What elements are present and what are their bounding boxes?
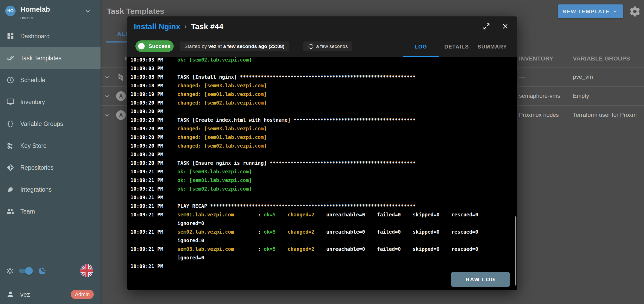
log-line: 10:09:18 PMchanged: [sem03.lab.vezpi.com…: [127, 81, 517, 90]
cell-variable-groups: pve_vm: [573, 74, 593, 80]
new-template-button[interactable]: NEW TEMPLATE: [558, 4, 623, 18]
toggle-knob[interactable]: [25, 267, 33, 275]
started-by-chip: Started by vez at a few seconds ago (22:…: [180, 41, 289, 51]
ansible-icon: A: [116, 110, 126, 120]
workspace-role: owner: [20, 15, 34, 21]
tab-log[interactable]: LOG: [403, 37, 439, 57]
sidebar-item-variable-groups[interactable]: Variable Groups: [0, 113, 101, 135]
sidebar-item-label: Team: [20, 208, 35, 215]
log-line: 10:09:21 PMsem01.lab.vezpi.com : ok=5 ch…: [127, 210, 517, 219]
sidebar-item-label: Key Store: [20, 142, 47, 149]
log-line: 10:09:03 PMTASK [Install nginx] ********…: [127, 73, 517, 81]
log-line: 10:09:20 PMTASK [Ensure nginx is running…: [127, 159, 517, 167]
raw-log-button[interactable]: RAW LOG: [451, 272, 510, 287]
workspace-name: Homelab: [20, 5, 50, 14]
sidebar-item-label: Variable Groups: [20, 120, 63, 127]
log-line: 10:09:19 PMchanged: [sem01.lab.vezpi.com…: [127, 90, 517, 99]
sidebar-item-schedule[interactable]: Schedule: [0, 69, 101, 91]
cell-inventory: semaphore-vms: [519, 93, 560, 99]
sun-icon: [6, 267, 14, 275]
sidebar-item-task-templates[interactable]: Task Templates: [0, 47, 101, 69]
cell-inventory: Proxmox nodes: [519, 112, 559, 118]
terraform-icon: [117, 73, 125, 81]
breadcrumb: Install Nginx › Task #44: [134, 16, 223, 37]
ansible-icon: A: [116, 91, 126, 101]
settings-gear-icon[interactable]: [629, 5, 641, 17]
monitor-icon: [7, 98, 14, 106]
tab-details[interactable]: DETAILS: [439, 37, 474, 57]
log-output: 10:09:03 PMok: [sem02.lab.vezpi.com]10:0…: [127, 57, 517, 271]
sidebar-item-label: Repositories: [20, 164, 54, 171]
workspace-avatar: HO: [5, 6, 16, 16]
cell-variable-groups: Empty: [573, 93, 589, 99]
column-header-inventory: INVENTORY: [519, 55, 553, 62]
sidebar-item-label: Integrations: [20, 186, 52, 193]
user-menu[interactable]: vez Admin: [0, 287, 101, 302]
modal-title-row: Install Nginx › Task #44: [127, 16, 517, 37]
modal-status-row: Success Started by vez at a few seconds …: [127, 37, 517, 57]
cell-inventory: —: [519, 74, 525, 80]
sidebar-item-integrations[interactable]: Integrations: [0, 179, 101, 200]
dashboard-icon: [7, 32, 14, 40]
log-line: 10:09:20 PMchanged: [sem01.lab.vezpi.com…: [127, 133, 517, 142]
clock-icon: [7, 76, 14, 84]
sidebar-item-label: Dashboard: [20, 33, 50, 40]
log-line: 10:09:20 PMTASK [Create index.html with …: [127, 116, 517, 124]
sidebar-item-repositories[interactable]: Repositories: [0, 157, 101, 179]
log-line: 10:09:20 PM: [127, 150, 517, 159]
log-line: 10:09:21 PMok: [sem03.lab.vezpi.com]: [127, 167, 517, 176]
sidebar-menu: DashboardTask TemplatesScheduleInventory…: [0, 25, 101, 222]
log-line: 10:09:20 PMchanged: [sem02.lab.vezpi.com…: [127, 99, 517, 107]
log-line: ignored=0: [127, 219, 517, 228]
expand-icon[interactable]: [483, 22, 490, 30]
log-line: 10:09:21 PMok: [sem01.lab.vezpi.com]: [127, 176, 517, 185]
chevron-down-icon[interactable]: [104, 112, 110, 119]
log-line: ignored=0: [127, 253, 517, 262]
log-line: 10:09:20 PMchanged: [sem02.lab.vezpi.com…: [127, 142, 517, 150]
git-icon: [7, 164, 14, 172]
log-line: 10:09:21 PM: [127, 262, 517, 271]
chevron-down-icon: [612, 8, 618, 15]
person-icon: [6, 290, 15, 299]
breadcrumb-separator: ›: [184, 22, 187, 31]
cell-variable-groups: Terraform user for Proxm: [573, 112, 637, 118]
log-panel: 10:09:03 PMok: [sem02.lab.vezpi.com]10:0…: [127, 57, 517, 290]
task-modal: Install Nginx › Task #44 Success Started…: [127, 16, 517, 290]
log-line: 10:09:20 PMchanged: [sem03.lab.vezpi.com…: [127, 124, 517, 133]
template-link[interactable]: Install Nginx: [134, 22, 180, 31]
log-line: 10:09:21 PMsem02.lab.vezpi.com : ok=5 ch…: [127, 228, 517, 236]
dark-mode-toggle[interactable]: [19, 269, 32, 273]
user-name: vez: [20, 291, 30, 298]
checks-icon: [7, 54, 14, 62]
braces-icon: [7, 120, 14, 128]
plug-icon: [7, 186, 14, 193]
people-icon: [7, 208, 14, 215]
log-line: 10:09:21 PMPLAY RECAP ******************…: [127, 202, 517, 210]
status-badge: Success: [135, 40, 174, 52]
check-circle-icon: [137, 42, 145, 50]
chevron-down-icon[interactable]: [104, 74, 110, 81]
log-line: 10:09:03 PMok: [sem02.lab.vezpi.com]: [127, 57, 517, 64]
duration-chip: a few seconds: [303, 41, 352, 51]
sidebar-item-label: Inventory: [20, 99, 45, 106]
chevron-down-icon[interactable]: [84, 7, 92, 15]
sidebar-item-team[interactable]: Team: [0, 200, 101, 222]
log-line: 10:09:21 PM: [127, 193, 517, 202]
app-root: HO Homelab owner DashboardTask Templates…: [0, 0, 644, 304]
chevron-down-icon[interactable]: [104, 93, 110, 100]
log-line: 10:09:21 PMok: [sem02.lab.vezpi.com]: [127, 185, 517, 193]
tab-summary[interactable]: SUMMARY: [474, 37, 510, 57]
language-flag-uk-icon[interactable]: [80, 264, 93, 277]
close-icon[interactable]: [501, 22, 509, 30]
moon-icon: [38, 266, 47, 275]
sidebar-item-dashboard[interactable]: Dashboard: [0, 25, 101, 47]
sidebar-item-inventory[interactable]: Inventory: [0, 91, 101, 113]
log-scrollbar-thumb[interactable]: [515, 216, 516, 285]
sidebar-item-label: Schedule: [20, 77, 45, 84]
page-title: Task Templates: [107, 7, 164, 16]
workspace-switcher[interactable]: HO Homelab owner: [0, 0, 101, 25]
keys-icon: [7, 142, 14, 150]
theme-switcher: [0, 263, 101, 278]
sidebar: HO Homelab owner DashboardTask Templates…: [0, 0, 101, 304]
sidebar-item-key-store[interactable]: Key Store: [0, 135, 101, 157]
